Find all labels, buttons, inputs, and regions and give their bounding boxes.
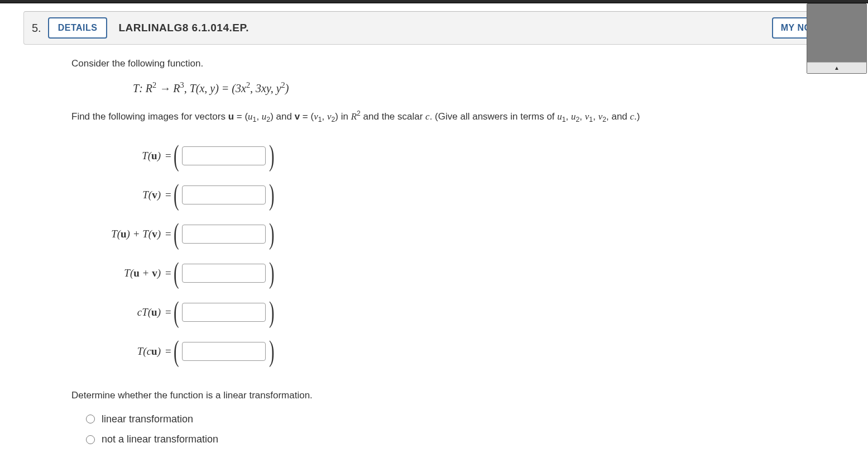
question-number: 5. <box>32 22 41 35</box>
radio-not-linear-input[interactable] <box>86 435 95 444</box>
determine-prompt: Determine whether the function is a line… <box>71 388 845 403</box>
row-Tu-plus-Tv: T(u) + T(v) = ( ) <box>71 215 845 254</box>
paren-right-icon: ) <box>269 220 275 249</box>
row-label: T(v) <box>71 187 161 203</box>
radio-linear-input[interactable] <box>86 415 95 423</box>
answer-input-Tv[interactable] <box>182 185 266 204</box>
paren-right-icon: ) <box>269 337 275 366</box>
paren-right-icon: ) <box>269 141 275 170</box>
function-definition: T: R2 → R3, T(x, y) = (3x2, 3xy, y2) <box>133 79 845 97</box>
instruction-text: Find the following images for vectors u … <box>71 108 845 126</box>
paren-right-icon: ) <box>269 298 275 327</box>
paren-right-icon: ) <box>269 180 275 210</box>
radio-not-linear-label: not a linear transformation <box>102 431 218 448</box>
paren-left-icon: ( <box>174 141 179 170</box>
row-T-u-plus-v: T(u + v) = ( ) <box>71 254 845 293</box>
answer-input-Tcu[interactable] <box>182 342 266 361</box>
paren-left-icon: ( <box>174 337 179 366</box>
scroll-overlay-body <box>807 4 866 62</box>
row-label: cT(u) <box>71 304 161 321</box>
paren-left-icon: ( <box>174 259 179 288</box>
window-topbar <box>0 0 868 3</box>
row-Tv: T(v) = ( ) <box>71 175 845 215</box>
problem-id: LARLINALG8 6.1.014.EP. <box>118 22 248 34</box>
row-label: T(cu) <box>71 343 161 360</box>
radio-group: linear transformation not a linear trans… <box>86 411 845 448</box>
problem-content: Consider the following function. T: R2 →… <box>71 56 845 448</box>
radio-linear[interactable]: linear transformation <box>86 411 845 427</box>
paren-right-icon: ) <box>269 259 275 288</box>
radio-not-linear[interactable]: not a linear transformation <box>86 431 845 448</box>
answer-input-Tu-plus-Tv[interactable] <box>182 225 266 244</box>
scroll-overlay: ▲ <box>807 3 867 74</box>
question-header: 5. DETAILS LARLINALG8 6.1.014.EP. MY NOT… <box>23 11 845 45</box>
answer-rows: T(u) = ( ) T(v) = ( ) T(u) + T(v) = ( ) … <box>71 136 845 371</box>
row-Tu: T(u) = ( ) <box>71 136 845 175</box>
row-label: T(u + v) <box>71 265 161 282</box>
answer-input-T-u-plus-v[interactable] <box>182 264 266 283</box>
paren-left-icon: ( <box>174 180 179 210</box>
paren-left-icon: ( <box>174 220 179 249</box>
paren-left-icon: ( <box>174 298 179 327</box>
caret-up-icon: ▲ <box>834 65 840 71</box>
answer-input-cTu[interactable] <box>182 303 266 322</box>
row-cTu: cT(u) = ( ) <box>71 293 845 332</box>
answer-input-Tu[interactable] <box>182 146 266 165</box>
scroll-up-button[interactable]: ▲ <box>807 62 866 73</box>
radio-linear-label: linear transformation <box>102 411 193 427</box>
row-label: T(u) <box>71 147 161 164</box>
row-Tcu: T(cu) = ( ) <box>71 332 845 371</box>
details-button[interactable]: DETAILS <box>48 17 108 39</box>
intro-text: Consider the following function. <box>71 56 845 71</box>
row-label: T(u) + T(v) <box>71 226 161 242</box>
